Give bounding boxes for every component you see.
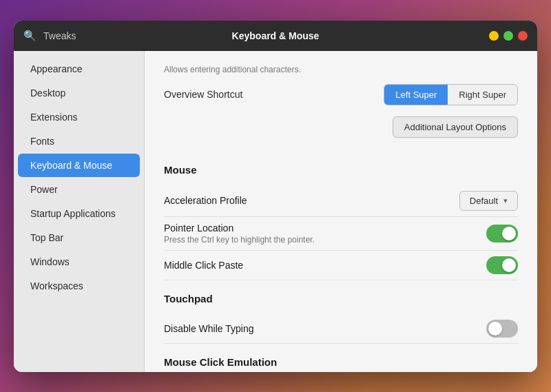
- close-button[interactable]: [518, 31, 528, 41]
- mouse-section-heading: Mouse: [164, 164, 518, 176]
- sidebar-item-windows[interactable]: Windows: [18, 250, 140, 274]
- overview-shortcut-button-group: Left Super Right Super: [384, 84, 518, 105]
- window-title: Keyboard & Mouse: [232, 30, 320, 41]
- disable-while-typing-toggle-knob: [488, 322, 502, 336]
- acceleration-profile-value: Default: [470, 196, 498, 206]
- pointer-location-row: Pointer Location Press the Ctrl key to h…: [164, 217, 518, 251]
- acceleration-profile-dropdown[interactable]: Default ▾: [459, 191, 518, 211]
- sidebar-item-desktop[interactable]: Desktop: [18, 81, 140, 105]
- pointer-location-info: Pointer Location Press the Ctrl key to h…: [164, 223, 486, 245]
- overview-shortcut-row: Overview Shortcut Left Super Right Super: [164, 84, 518, 105]
- disable-while-typing-label: Disable While Typing: [164, 323, 486, 334]
- dropdown-arrow-icon: ▾: [503, 196, 508, 205]
- sidebar-item-workspaces[interactable]: Workspaces: [18, 274, 140, 298]
- search-icon[interactable]: 🔍: [23, 30, 37, 42]
- window-controls: [489, 31, 528, 41]
- content-area: Appearance Desktop Extensions Fonts Keyb…: [14, 51, 537, 372]
- sidebar-item-keyboard-mouse[interactable]: Keyboard & Mouse: [18, 154, 140, 177]
- left-super-button[interactable]: Left Super: [384, 85, 448, 105]
- middle-click-paste-label: Middle Click Paste: [164, 260, 486, 271]
- main-window: 🔍 Tweaks Keyboard & Mouse Appearance Des…: [14, 21, 537, 372]
- sidebar-item-power[interactable]: Power: [18, 178, 140, 201]
- pointer-location-desc: Press the Ctrl key to highlight the poin…: [164, 235, 486, 245]
- mouse-click-emulation-heading: Mouse Click Emulation: [164, 356, 518, 368]
- additional-layout-button[interactable]: Additional Layout Options: [393, 116, 518, 138]
- sidebar-item-extensions[interactable]: Extensions: [18, 105, 140, 129]
- right-super-button[interactable]: Right Super: [448, 85, 517, 105]
- touchpad-section-heading: Touchpad: [164, 293, 518, 305]
- sidebar-item-fonts[interactable]: Fonts: [18, 130, 140, 153]
- sidebar-item-appearance[interactable]: Appearance: [18, 57, 140, 81]
- main-content: Allows entering additional characters. O…: [145, 51, 537, 372]
- middle-click-paste-toggle-knob: [502, 258, 516, 272]
- titlebar: 🔍 Tweaks Keyboard & Mouse: [14, 21, 537, 51]
- acceleration-profile-info: Acceleration Profile: [164, 195, 459, 206]
- sidebar: Appearance Desktop Extensions Fonts Keyb…: [14, 51, 145, 372]
- minimize-button[interactable]: [489, 31, 499, 41]
- hint-text: Allows entering additional characters.: [164, 65, 518, 74]
- disable-while-typing-info: Disable While Typing: [164, 323, 486, 334]
- disable-while-typing-toggle[interactable]: [486, 320, 518, 338]
- middle-click-paste-row: Middle Click Paste: [164, 251, 518, 280]
- pointer-location-toggle-knob: [502, 227, 516, 240]
- app-name: Tweaks: [43, 30, 76, 41]
- middle-click-paste-toggle[interactable]: [486, 256, 518, 274]
- acceleration-profile-label: Acceleration Profile: [164, 195, 459, 206]
- sidebar-item-top-bar[interactable]: Top Bar: [18, 226, 140, 249]
- overview-shortcut-label: Overview Shortcut: [164, 89, 384, 100]
- acceleration-profile-row: Acceleration Profile Default ▾: [164, 185, 518, 217]
- pointer-location-toggle[interactable]: [486, 225, 518, 243]
- disable-while-typing-row: Disable While Typing: [164, 314, 518, 344]
- maximize-button[interactable]: [503, 31, 513, 41]
- sidebar-item-startup-applications[interactable]: Startup Applications: [18, 202, 140, 225]
- middle-click-paste-info: Middle Click Paste: [164, 260, 486, 271]
- pointer-location-label: Pointer Location: [164, 223, 486, 234]
